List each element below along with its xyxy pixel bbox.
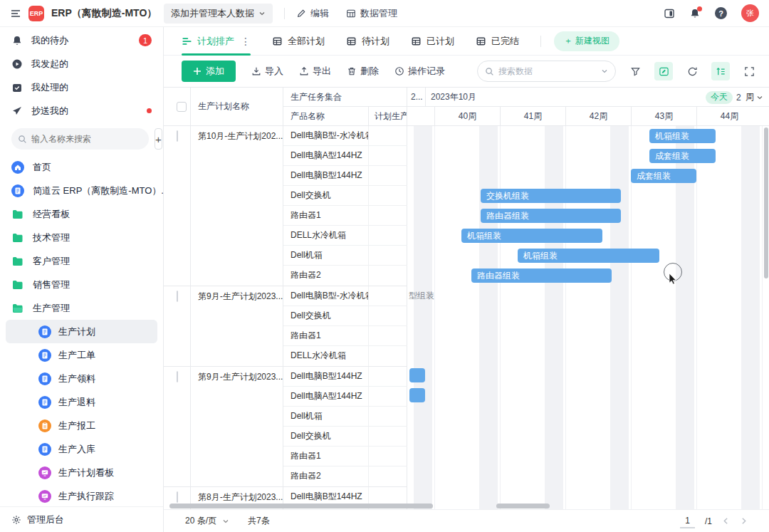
import-button[interactable]: 导入 xyxy=(251,65,283,78)
planned-qty-cell[interactable] xyxy=(369,186,407,205)
add-app-button[interactable]: + xyxy=(155,128,162,150)
sidebar-nav-item[interactable]: 经营看板 xyxy=(0,202,163,226)
sidebar-nav-item[interactable]: 销售管理 xyxy=(0,273,163,296)
row-checkbox[interactable] xyxy=(177,371,178,382)
view-tab[interactable]: 已完结 xyxy=(476,27,519,56)
gantt-task-bar[interactable]: 路由器组装 xyxy=(471,268,612,283)
sidebar-quick-item[interactable]: 我的待办1 xyxy=(0,28,163,52)
planned-qty-cell[interactable] xyxy=(369,447,407,466)
data-scope-dropdown[interactable]: 添加并管理本人数据 xyxy=(164,4,273,24)
plan-name-cell[interactable]: 第9月-生产计划2023... xyxy=(191,367,283,486)
delete-button[interactable]: 删除 xyxy=(347,65,379,78)
planned-qty-cell[interactable] xyxy=(369,466,407,486)
gantt-task-bar[interactable]: 路由器组装 xyxy=(481,209,621,223)
sidebar-item-selected[interactable]: 生产计划 xyxy=(6,320,157,343)
product-name-cell[interactable]: DELL水冷机箱 xyxy=(283,226,369,245)
data-manage-button[interactable]: 数据管理 xyxy=(346,7,397,20)
sidebar-item-form[interactable]: 生产退料 xyxy=(6,390,157,414)
planned-qty-cell[interactable] xyxy=(369,286,407,306)
select-all-checkbox[interactable] xyxy=(177,102,187,112)
view-tab[interactable]: 待计划 xyxy=(346,27,389,56)
planned-qty-cell[interactable] xyxy=(369,326,407,345)
planned-qty-cell[interactable] xyxy=(369,206,407,225)
filter-button[interactable] xyxy=(626,62,644,80)
planned-qty-cell[interactable] xyxy=(369,367,407,386)
product-name-cell[interactable]: 路由器1 xyxy=(283,206,369,225)
hamburger-menu-icon[interactable] xyxy=(10,8,21,19)
next-page-button[interactable] xyxy=(740,517,748,525)
sidebar-nav-item[interactable]: 简道云 ERP（离散制造-MTO）... xyxy=(0,179,163,202)
export-button[interactable]: 导出 xyxy=(299,65,331,78)
product-name-cell[interactable]: 路由器2 xyxy=(283,466,369,486)
notifications-bell-icon[interactable] xyxy=(689,8,701,19)
product-name-cell[interactable]: DELL水冷机箱 xyxy=(283,346,369,366)
product-name-cell[interactable]: Dell电脑A型144HZ xyxy=(283,146,369,165)
sidebar-search-input[interactable] xyxy=(11,128,149,150)
plan-name-cell[interactable]: 第9月-生产计划2023... xyxy=(191,286,283,366)
display-settings-button[interactable] xyxy=(654,62,673,80)
prev-page-button[interactable] xyxy=(722,517,730,525)
gantt-task-bar[interactable] xyxy=(409,388,425,402)
gantt-task-bar[interactable]: 成套组装 xyxy=(631,169,696,183)
product-name-cell[interactable]: Dell机箱 xyxy=(283,407,369,426)
gantt-scale-dropdown[interactable]: 周 xyxy=(746,91,763,103)
product-name-cell[interactable]: 路由器1 xyxy=(283,326,369,345)
sidebar-nav-item[interactable]: 技术管理 xyxy=(0,226,163,249)
sidebar-quick-item[interactable]: 抄送我的 xyxy=(0,99,163,122)
planned-qty-cell[interactable] xyxy=(369,266,407,286)
sidebar-nav-item[interactable]: 生产管理 xyxy=(0,296,163,320)
product-name-cell[interactable]: Dell电脑B型144HZ xyxy=(283,367,369,386)
planned-qty-cell[interactable] xyxy=(369,226,407,245)
today-button[interactable]: 今天 xyxy=(706,91,733,104)
product-name-cell[interactable]: Dell机箱 xyxy=(283,246,369,265)
product-name-cell[interactable]: Dell电脑B型144HZ xyxy=(283,166,369,185)
view-tab[interactable]: 计划排产⋮ xyxy=(182,27,251,56)
operation-log-button[interactable]: 操作记录 xyxy=(394,65,445,78)
planned-qty-cell[interactable] xyxy=(369,246,407,265)
new-view-button[interactable]: ＋ 新建视图 xyxy=(554,31,619,51)
row-checkbox[interactable] xyxy=(177,130,178,142)
sidebar-item-form[interactable]: 生产报工 xyxy=(6,414,157,437)
sidebar-quick-item[interactable]: 我发起的 xyxy=(0,52,163,75)
product-name-cell[interactable]: Dell交换机 xyxy=(283,306,369,325)
planned-qty-cell[interactable] xyxy=(369,306,407,325)
user-avatar[interactable]: 张 xyxy=(741,4,759,22)
plan-name-cell[interactable]: 第10月-生产计划202... xyxy=(191,126,283,286)
view-tab[interactable]: 全部计划 xyxy=(272,27,325,56)
sidebar-item-form[interactable]: 生产计划看板 xyxy=(6,461,157,484)
app-logo[interactable]: ERP xyxy=(28,6,44,21)
vertical-scrollbar-thumb[interactable] xyxy=(764,127,768,278)
h-scrollbar-left-thumb[interactable] xyxy=(169,504,433,508)
page-size-dropdown[interactable]: 20 条/页 xyxy=(185,515,229,527)
edit-button[interactable]: 编辑 xyxy=(296,7,329,20)
product-name-cell[interactable]: Dell电脑B型-水冷机箱 xyxy=(283,286,369,306)
fullscreen-button[interactable] xyxy=(740,62,758,80)
tab-menu-dots[interactable]: ⋮ xyxy=(241,36,251,47)
help-icon[interactable]: ? xyxy=(715,7,727,19)
gantt-task-bar[interactable]: 交换机组装 xyxy=(481,189,621,203)
add-record-button[interactable]: 添加 xyxy=(182,61,236,82)
gantt-task-bar[interactable]: 机箱组装 xyxy=(649,129,716,143)
product-name-cell[interactable]: Dell电脑A型144HZ xyxy=(283,387,369,406)
planned-qty-cell[interactable] xyxy=(369,427,407,446)
planned-qty-cell[interactable] xyxy=(369,387,407,406)
product-name-cell[interactable]: 路由器1 xyxy=(283,447,369,466)
data-search-input[interactable] xyxy=(498,66,597,76)
sidebar-item-form[interactable]: 生产领料 xyxy=(6,367,157,390)
gantt-task-bar[interactable]: 成套组装 xyxy=(649,149,716,163)
planned-qty-cell[interactable] xyxy=(369,346,407,366)
planned-qty-cell[interactable] xyxy=(369,407,407,426)
admin-console-button[interactable]: 管理后台 xyxy=(0,506,163,532)
sidebar-item-form[interactable]: 生产入库 xyxy=(6,437,157,461)
gantt-task-bar[interactable]: 机箱组装 xyxy=(461,229,602,243)
gantt-task-bar[interactable] xyxy=(409,368,425,382)
panel-toggle-icon[interactable] xyxy=(664,8,675,19)
product-name-cell[interactable]: Dell交换机 xyxy=(283,427,369,446)
row-checkbox[interactable] xyxy=(177,291,178,302)
product-name-cell[interactable]: Dell电脑B型-水冷机箱 xyxy=(283,126,369,145)
current-page-input[interactable]: 1 xyxy=(680,514,695,528)
sidebar-item-form[interactable]: 生产执行跟踪 xyxy=(6,484,157,506)
view-tab[interactable]: 已计划 xyxy=(411,27,454,56)
row-height-button[interactable] xyxy=(711,62,730,80)
planned-qty-cell[interactable] xyxy=(369,126,407,145)
